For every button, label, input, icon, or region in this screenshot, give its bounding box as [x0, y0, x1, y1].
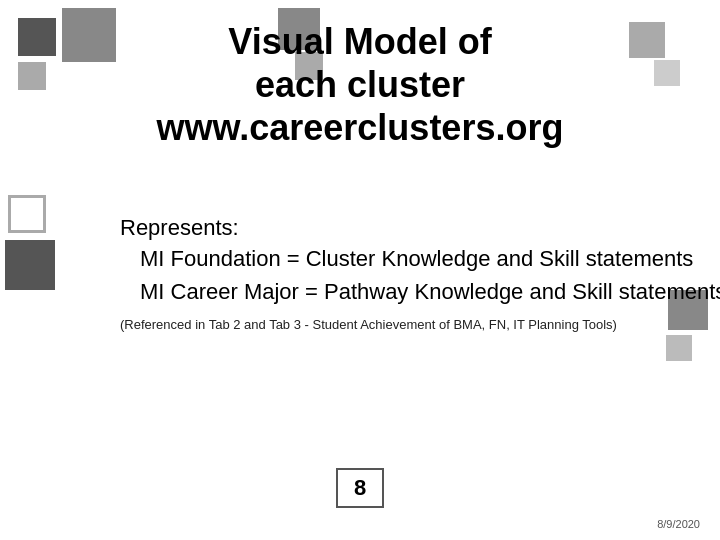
title-line1: Visual Model of — [157, 20, 564, 63]
page-number: 8 — [354, 475, 366, 501]
mi-foundation-bullet: MI Foundation = Cluster Knowledge and Sk… — [140, 245, 720, 274]
mi-career-major-bullet: MI Career Major = Pathway Knowledge and … — [140, 278, 720, 307]
date-text: 8/9/2020 — [657, 518, 700, 530]
title-line3: www.careerclusters.org — [157, 106, 564, 149]
represents-label: Represents: — [120, 215, 720, 241]
title-line2: each cluster — [157, 63, 564, 106]
title-block: Visual Model of each cluster www.careerc… — [157, 20, 564, 150]
page-number-box: 8 — [336, 468, 384, 508]
content-block: Represents: MI Foundation = Cluster Know… — [120, 215, 720, 334]
reference-note: (Referenced in Tab 2 and Tab 3 - Student… — [120, 316, 720, 334]
